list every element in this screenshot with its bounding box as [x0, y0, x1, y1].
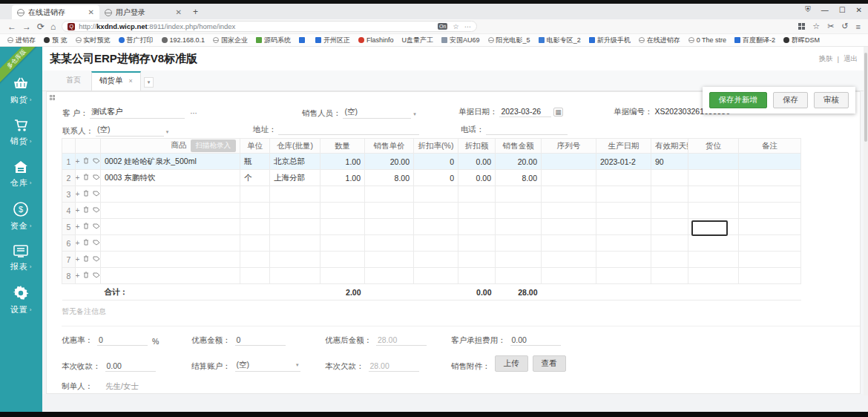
cell-discount-rate[interactable]: [414, 203, 458, 219]
cell-qty[interactable]: [320, 252, 365, 268]
cell-warehouse[interactable]: [270, 219, 320, 235]
bookmark-item[interactable]: 普广打印: [119, 36, 154, 45]
add-row-icon[interactable]: +: [76, 272, 80, 280]
cell-serial[interactable]: [542, 203, 596, 219]
bookmark-item[interactable]: 电影专区_2: [539, 36, 581, 45]
bookmark-item[interactable]: 进销存: [7, 36, 36, 45]
cell-warehouse[interactable]: [270, 252, 320, 268]
cell-amount[interactable]: [496, 219, 542, 235]
account-select[interactable]: (空)▾: [235, 360, 300, 372]
cell-product[interactable]: [101, 203, 240, 219]
url-input[interactable]: Q http://kxdnd.wicp.net:8911/index.php/h…: [62, 21, 477, 32]
cell-warehouse[interactable]: [270, 235, 320, 252]
cell-prod-date[interactable]: [596, 252, 651, 268]
cell-serial[interactable]: [542, 186, 596, 203]
cell-warehouse[interactable]: [270, 203, 320, 219]
cell-remark[interactable]: [739, 268, 801, 284]
more-dots-icon[interactable]: ⋯: [464, 22, 472, 30]
cell-discount-amt[interactable]: [458, 235, 496, 252]
cell-prod-date[interactable]: [596, 219, 651, 235]
cell-amount[interactable]: [496, 268, 542, 284]
tab-home[interactable]: 首页: [56, 75, 91, 91]
cell-discount-amt[interactable]: [458, 219, 496, 235]
tag-icon[interactable]: [93, 272, 100, 280]
cell-serial[interactable]: [542, 154, 596, 170]
cell-serial[interactable]: [542, 235, 596, 252]
delete-row-icon[interactable]: [83, 272, 89, 280]
favorites-icon[interactable]: ☆: [812, 22, 820, 31]
undo-icon[interactable]: ↺: [841, 22, 848, 31]
cell-discount-rate[interactable]: [414, 219, 458, 235]
cell-remark[interactable]: [739, 170, 801, 186]
scan-gun-button[interactable]: 扫描枪录入: [191, 139, 237, 152]
cell-amount[interactable]: [496, 186, 542, 203]
tab-dropdown-icon[interactable]: ▾: [144, 77, 154, 88]
cell-location[interactable]: [688, 235, 739, 252]
bookmark-item[interactable]: 开州区正: [315, 36, 350, 45]
browser-tab-inactive[interactable]: 用户登录 ✕: [99, 5, 187, 19]
cell-prod-date[interactable]: [596, 170, 651, 186]
cell-unit[interactable]: 瓶: [240, 154, 270, 170]
chevron-down-icon[interactable]: ▾: [166, 129, 169, 134]
password-manager-icon[interactable]: On: [438, 23, 447, 30]
date-input[interactable]: 2023-03-26: [499, 107, 551, 117]
change-skin-link[interactable]: 换肤: [819, 54, 833, 64]
bookmark-item[interactable]: 192.168.0.1: [162, 36, 206, 44]
tag-icon[interactable]: [93, 240, 100, 247]
cell-amount[interactable]: [496, 235, 542, 252]
cell-product[interactable]: [101, 252, 240, 268]
cell-product[interactable]: [101, 235, 240, 252]
cell-validity[interactable]: [651, 268, 688, 284]
cell-warehouse[interactable]: 上海分部: [270, 170, 320, 186]
forward-icon[interactable]: →: [22, 22, 31, 31]
cell-discount-rate[interactable]: [414, 235, 458, 252]
add-row-icon[interactable]: +: [76, 256, 80, 263]
close-window-icon[interactable]: ✕: [856, 6, 862, 14]
sidebar-item-sales[interactable]: 销货›: [10, 118, 33, 147]
cell-qty[interactable]: [320, 219, 365, 235]
contact-select[interactable]: (空): [96, 125, 164, 137]
cell-price[interactable]: [365, 186, 414, 203]
cell-product[interactable]: [101, 219, 240, 235]
salesman-select[interactable]: (空): [343, 107, 411, 119]
cell-price[interactable]: [365, 219, 414, 235]
delete-row-icon[interactable]: [83, 174, 89, 182]
home-icon[interactable]: ⌂: [50, 22, 56, 31]
customer-picker-icon[interactable]: ⋯: [187, 109, 200, 117]
cell-remark[interactable]: [739, 154, 801, 170]
cell-discount-amt[interactable]: 0.00: [458, 154, 496, 170]
back-icon[interactable]: ←: [7, 22, 16, 31]
tag-icon[interactable]: [93, 207, 100, 214]
cell-serial[interactable]: [542, 268, 596, 284]
tab-close-icon[interactable]: ✕: [176, 8, 182, 16]
focused-cell-outline[interactable]: [691, 220, 728, 236]
bookmark-item[interactable]: 0 The stre: [688, 36, 726, 44]
cell-serial[interactable]: [542, 219, 596, 235]
delete-row-icon[interactable]: [83, 223, 89, 231]
add-row-icon[interactable]: +: [76, 240, 80, 247]
cell-validity[interactable]: [651, 219, 688, 235]
bookmark-item[interactable]: U盘量产工: [402, 36, 434, 45]
cell-amount[interactable]: 20.00: [496, 154, 542, 170]
cell-price[interactable]: 8.00: [365, 170, 414, 186]
cell-warehouse[interactable]: [270, 186, 320, 203]
customer-input[interactable]: 测试客户: [90, 107, 185, 119]
browser-scrollbar[interactable]: [864, 47, 868, 395]
discount-rate-input[interactable]: 0: [97, 335, 148, 346]
scissors-icon[interactable]: ✂: [827, 22, 834, 31]
cell-remark[interactable]: [739, 219, 801, 235]
cell-discount-rate[interactable]: 0: [414, 154, 458, 170]
customer-fee-input[interactable]: 0.00: [510, 335, 561, 346]
cell-discount-rate[interactable]: [414, 186, 458, 203]
cell-price[interactable]: [365, 268, 414, 284]
cell-validity[interactable]: [651, 170, 688, 186]
add-row-icon[interactable]: +: [76, 223, 80, 231]
cell-price[interactable]: [365, 252, 414, 268]
cell-amount[interactable]: [496, 252, 542, 268]
cell-discount-rate[interactable]: [414, 268, 458, 284]
new-tab-button[interactable]: +: [193, 7, 198, 19]
logout-link[interactable]: 退出: [844, 54, 858, 64]
add-row-icon[interactable]: +: [76, 158, 80, 165]
cell-remark[interactable]: [739, 235, 801, 252]
cell-discount-rate[interactable]: 0: [414, 170, 458, 186]
